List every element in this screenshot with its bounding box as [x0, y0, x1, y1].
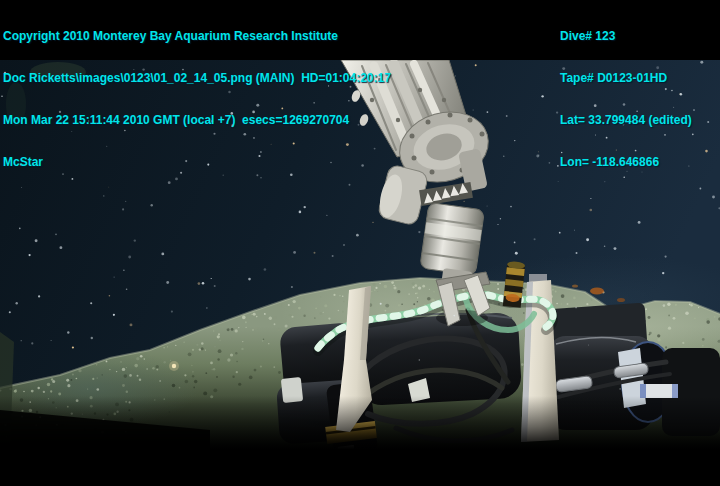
rust-spot	[590, 288, 604, 295]
copyright-line: Copyright 2010 Monterey Bay Aquarium Res…	[3, 29, 391, 43]
longitude-readout: Lon= -118.646866	[560, 155, 692, 169]
bottom-telemetry-overlay: Depth= 793.91 m Temp= 5.256 C Sal= 34.39…	[3, 463, 499, 486]
rock-glint	[172, 364, 176, 368]
image-path-line: Doc Ricketts\images\0123\01_02_14_05.png…	[3, 71, 391, 85]
forearm-barrel	[420, 202, 485, 275]
latitude-readout: Lat= 33.799484 (edited)	[560, 113, 692, 127]
timestamp-line: Mon Mar 22 15:11:44 2010 GMT (local +7) …	[3, 113, 391, 127]
tape-number: Tape# D0123-01HD	[560, 71, 692, 85]
white-connector	[642, 384, 676, 398]
top-left-overlay: Copyright 2010 Monterey Bay Aquarium Res…	[3, 1, 391, 197]
video-frame: 74	[0, 0, 720, 486]
top-right-overlay: Dive# 123 Tape# D0123-01HD Lat= 33.79948…	[560, 1, 692, 197]
dive-number: Dive# 123	[560, 29, 692, 43]
camera-name-line: McStar	[3, 155, 391, 169]
